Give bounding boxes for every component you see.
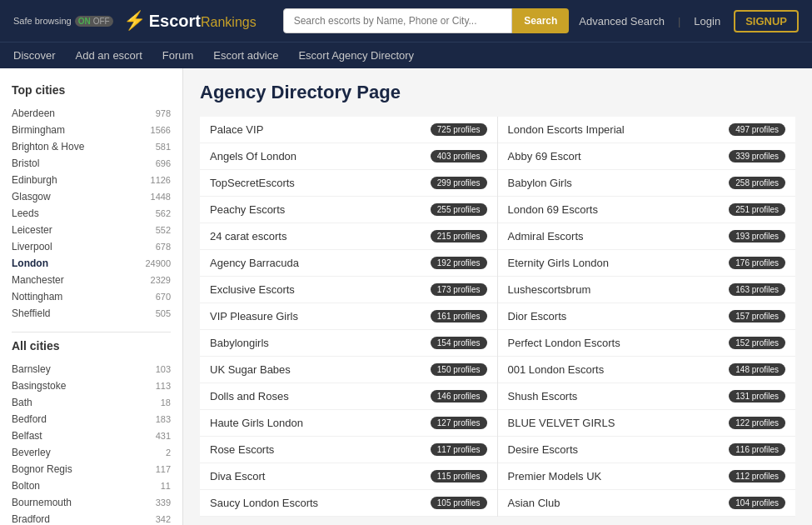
all-cities-list: Barnsley103Basingstoke113Bath18Bedford18… [12, 361, 171, 525]
directory-item[interactable]: Rose Escorts117 profiles [200, 437, 497, 463]
directory-item[interactable]: 24 carat escorts215 profiles [200, 223, 497, 250]
directory-item[interactable]: London Escorts Imperial497 profiles [498, 117, 796, 143]
directory-item[interactable]: VIP Pleasure Girls161 profiles [200, 303, 497, 330]
directory-item[interactable]: UK Sugar Babes150 profiles [200, 357, 497, 383]
directory-item-badge: 157 profiles [729, 310, 785, 322]
directory-item-name: Dior Escorts [508, 310, 567, 322]
directory-item[interactable]: Saucy London Escorts105 profiles [200, 490, 497, 517]
sidebar-all-city-item[interactable]: Beverley2 [12, 444, 171, 461]
directory-item-name: Angels Of London [210, 150, 296, 162]
directory-item[interactable]: Exclusive Escorts173 profiles [200, 277, 497, 303]
nav-agency-directory[interactable]: Escort Agency Directory [298, 49, 414, 62]
directory-item-badge: 299 profiles [431, 177, 487, 189]
sidebar-all-city-item[interactable]: Bedford183 [12, 411, 171, 428]
login-link[interactable]: Login [694, 15, 720, 28]
city-count: 24900 [145, 258, 171, 268]
main-layout: Top cities Aberdeen978Birmingham1566Brig… [0, 68, 812, 525]
city-count: 339 [156, 498, 171, 508]
directory-item-badge: 193 profiles [729, 230, 785, 242]
logo[interactable]: ⚡ EscortRankings [123, 10, 257, 32]
nav-forum[interactable]: Forum [162, 49, 194, 62]
sidebar-top-city-item[interactable]: Leeds562 [12, 205, 171, 222]
sidebar-top-city-item[interactable]: London24900 [12, 255, 171, 272]
directory-item[interactable]: Shush Escorts131 profiles [498, 383, 796, 410]
directory-item[interactable]: Admiral Escorts193 profiles [498, 223, 796, 250]
nav-discover[interactable]: Discover [13, 49, 56, 62]
sidebar-all-city-item[interactable]: Basingstoke113 [12, 378, 171, 394]
directory-item[interactable]: Asian Club104 profiles [498, 490, 796, 517]
directory-item[interactable]: Haute Girls London127 profiles [200, 410, 497, 437]
directory-item[interactable]: Palace VIP725 profiles [200, 117, 497, 143]
directory-item-badge: 251 profiles [729, 203, 785, 216]
directory-item[interactable]: London 69 Escorts251 profiles [498, 197, 796, 223]
city-name: Nottingham [12, 291, 62, 302]
sidebar-all-city-item[interactable]: Bournemouth339 [12, 494, 171, 511]
toggle[interactable]: ON OFF [75, 16, 113, 27]
city-name: Brighton & Hove [12, 141, 84, 152]
city-count: 505 [156, 308, 171, 318]
directory-item-name: Desire Escorts [508, 443, 579, 456]
city-count: 1126 [151, 175, 171, 185]
sidebar-all-city-item[interactable]: Bognor Regis117 [12, 461, 171, 478]
directory-item[interactable]: Abby 69 Escort339 profiles [498, 143, 796, 170]
sidebar-top-city-item[interactable]: Brighton & Hove581 [12, 138, 171, 155]
header-top: Safe browsing ON OFF ⚡ EscortRankings Se… [0, 0, 812, 42]
directory-item[interactable]: Angels Of London403 profiles [200, 143, 497, 170]
sidebar-top-city-item[interactable]: Nottingham670 [12, 288, 171, 305]
sidebar-all-city-item[interactable]: Belfast431 [12, 428, 171, 444]
directory-item[interactable]: 001 London Escorts148 profiles [498, 357, 796, 383]
advanced-search-link[interactable]: Advanced Search [579, 15, 665, 28]
sidebar-all-city-item[interactable]: Barnsley103 [12, 361, 171, 378]
directory-item-badge: 104 profiles [729, 497, 785, 509]
directory-item-badge: 403 profiles [431, 150, 487, 162]
directory-item-badge: 116 profiles [729, 443, 785, 456]
directory-item-name: London 69 Escorts [508, 203, 598, 216]
directory-item-badge: 127 profiles [431, 417, 487, 429]
directory-item[interactable]: Dolls and Roses146 profiles [200, 383, 497, 410]
directory-item-name: Perfect London Escorts [508, 337, 620, 349]
search-input[interactable] [283, 8, 513, 33]
directory-item[interactable]: Agency Barracuda192 profiles [200, 250, 497, 277]
sidebar-top-city-item[interactable]: Aberdeen978 [12, 105, 171, 122]
city-count: 431 [156, 431, 171, 441]
directory-item[interactable]: Eternity Girls London176 profiles [498, 250, 796, 277]
sidebar-all-city-item[interactable]: Bolton11 [12, 478, 171, 494]
sidebar-top-city-item[interactable]: Glasgow1448 [12, 188, 171, 205]
directory-left-column: Palace VIP725 profilesAngels Of London40… [200, 117, 498, 517]
sidebar-top-city-item[interactable]: Leicester552 [12, 222, 171, 238]
directory-item[interactable]: TopSecretEscorts299 profiles [200, 170, 497, 197]
directory-item[interactable]: BLUE VELVET GIRLS122 profiles [498, 410, 796, 437]
city-count: 103 [156, 364, 171, 374]
directory-item[interactable]: Peachy Escorts255 profiles [200, 197, 497, 223]
directory-item[interactable]: Babylongirls154 profiles [200, 330, 497, 357]
sidebar-top-city-item[interactable]: Manchester2329 [12, 272, 171, 288]
directory-item-badge: 146 profiles [431, 390, 487, 402]
directory-item[interactable]: Lushescortsbrum163 profiles [498, 277, 796, 303]
directory-item-name: Admiral Escorts [508, 230, 584, 242]
logo-icon: ⚡ [123, 10, 146, 32]
directory-item[interactable]: Dior Escorts157 profiles [498, 303, 796, 330]
sidebar-top-city-item[interactable]: Edinburgh1126 [12, 172, 171, 188]
sidebar-top-city-item[interactable]: Liverpool678 [12, 238, 171, 255]
city-count: 978 [156, 108, 171, 118]
all-cities-title: All cities [12, 339, 171, 352]
city-name: Leeds [12, 208, 39, 219]
directory-item-badge: 122 profiles [729, 417, 785, 429]
search-button[interactable]: Search [512, 8, 569, 33]
city-count: 1566 [151, 125, 171, 135]
city-name: Basingstoke [12, 380, 66, 392]
sidebar-all-city-item[interactable]: Bradford342 [12, 511, 171, 525]
sidebar-top-city-item[interactable]: Bristol696 [12, 155, 171, 172]
nav-add-escort[interactable]: Add an escort [76, 49, 142, 62]
directory-item[interactable]: Desire Escorts116 profiles [498, 437, 796, 463]
directory-item[interactable]: Babylon Girls258 profiles [498, 170, 796, 197]
directory-item[interactable]: Diva Escort115 profiles [200, 463, 497, 490]
signup-button[interactable]: SIGNUP [734, 10, 799, 32]
sidebar-top-city-item[interactable]: Birmingham1566 [12, 122, 171, 138]
directory-item[interactable]: Premier Models UK112 profiles [498, 463, 796, 490]
directory-item-name: Exclusive Escorts [210, 283, 295, 296]
sidebar-all-city-item[interactable]: Bath18 [12, 394, 171, 411]
sidebar-top-city-item[interactable]: Sheffield505 [12, 305, 171, 322]
nav-escort-advice[interactable]: Escort advice [213, 49, 278, 62]
directory-item[interactable]: Perfect London Escorts152 profiles [498, 330, 796, 357]
